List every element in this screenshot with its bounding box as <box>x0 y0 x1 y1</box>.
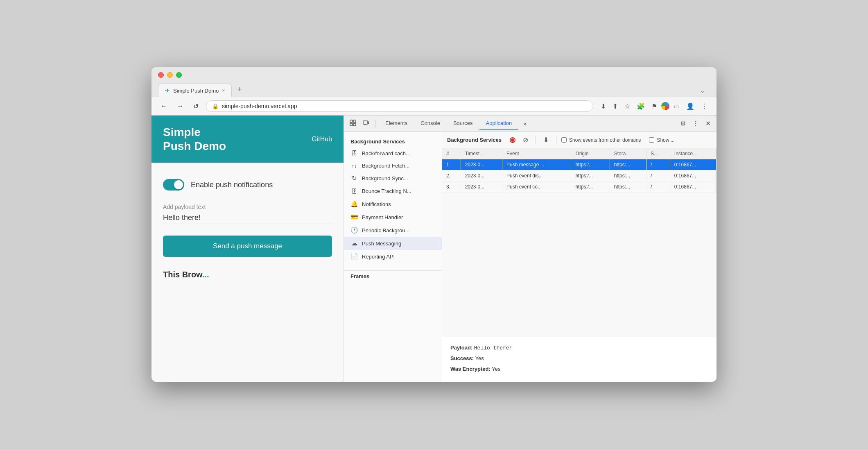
new-tab-button[interactable]: + <box>233 82 247 97</box>
table-row[interactable]: 3. 2023-0... Push event co... https:/...… <box>442 181 717 193</box>
devtools-right-icons: ⚙ ⋮ ✕ <box>678 117 713 130</box>
sidebar-item-push-messaging[interactable]: ☁ Push Messaging <box>344 237 442 250</box>
sidebar-item-reporting-api[interactable]: 📄 Reporting API <box>344 250 442 263</box>
svg-rect-2 <box>350 123 353 126</box>
sidebar-item-back-forward[interactable]: 🗄 Back/forward cach... <box>344 147 442 160</box>
profile-icon[interactable]: 👤 <box>684 101 697 112</box>
tab-close-button[interactable]: × <box>222 88 225 93</box>
lock-icon: 🔒 <box>212 103 219 109</box>
bounce-tracking-icon: 🗄 <box>350 188 358 195</box>
cell-storage: https:... <box>610 159 646 170</box>
show-more-row: Show ... <box>649 137 674 143</box>
cell-event: Push event co... <box>502 181 571 193</box>
share-icon[interactable]: ⬆ <box>610 101 620 112</box>
more-options-button[interactable]: ⋮ <box>698 101 710 112</box>
sidebar-icon[interactable]: ▭ <box>671 101 682 112</box>
tab-list-button[interactable]: ⌄ <box>695 84 710 97</box>
close-window-button[interactable] <box>158 72 164 78</box>
sidebar-item-notifications[interactable]: 🔔 Notifications <box>344 197 442 211</box>
background-services-section: Background Services 🗄 Back/forward cach.… <box>344 132 442 267</box>
flag-icon[interactable]: ⚑ <box>649 101 660 112</box>
header-separator-2 <box>556 136 556 144</box>
sidebar-item-background-sync[interactable]: ↻ Background Sync... <box>344 172 442 185</box>
download-button[interactable]: ⬇ <box>541 135 551 145</box>
col-storage: Stora... <box>610 148 646 159</box>
devtools-close-button[interactable]: ✕ <box>703 117 713 130</box>
table-body: 1. 2023-0... Push message ... https:/...… <box>442 159 717 193</box>
tab-sources[interactable]: Sources <box>447 117 479 130</box>
show-other-domains-label: Show events from other domains <box>569 137 641 143</box>
record-dot-icon <box>510 137 515 143</box>
sidebar-item-payment-handler[interactable]: 💳 Payment Handler <box>344 211 442 224</box>
browser-tab[interactable]: ✈ Simple Push Demo × <box>158 84 232 97</box>
show-other-domains-checkbox[interactable] <box>561 137 567 143</box>
show-more-label: Show ... <box>657 137 674 143</box>
bookmark-icon[interactable]: ☆ <box>622 101 633 112</box>
cell-num: 1. <box>442 159 461 170</box>
notifications-icon: 🔔 <box>350 200 358 208</box>
payload-label: Add payload text <box>163 204 332 210</box>
send-push-button[interactable]: Send a push message <box>163 236 332 257</box>
forward-button[interactable]: → <box>174 101 186 111</box>
cell-origin: https:/... <box>571 159 610 170</box>
detail-encrypted-value: Yes <box>492 366 500 372</box>
tabs-row: ✈ Simple Push Demo × + ⌄ <box>158 82 710 97</box>
tab-favicon: ✈ <box>165 87 170 94</box>
devtools-more-button[interactable]: ⋮ <box>690 117 701 130</box>
show-more-checkbox[interactable] <box>649 137 654 143</box>
detail-payload-key: Payload: <box>450 345 472 351</box>
detail-success-value: Yes <box>475 355 484 361</box>
inspect-element-button[interactable] <box>347 117 359 130</box>
extensions-icon[interactable]: 🧩 <box>634 101 647 112</box>
tab-title: Simple Push Demo <box>173 88 219 94</box>
cell-timestamp: 2023-0... <box>461 170 502 181</box>
payload-input[interactable] <box>163 213 332 224</box>
back-button[interactable]: ← <box>158 101 170 111</box>
site-header: Simple Push Demo GitHub <box>151 116 344 163</box>
bg-services-header: Background Services ⊘ ⬇ Show events from… <box>442 132 717 148</box>
devtools-panel: Elements Console Sources Application » ⚙… <box>344 116 717 382</box>
cell-s: / <box>646 159 670 170</box>
detail-encrypted-key: Was Encrypted: <box>450 366 491 372</box>
col-s: S... <box>646 148 670 159</box>
record-button[interactable] <box>508 136 517 145</box>
cell-num: 3. <box>442 181 461 193</box>
svg-rect-1 <box>353 120 356 122</box>
push-notifications-toggle[interactable] <box>163 179 184 190</box>
detail-encrypted-row: Was Encrypted: Yes <box>450 365 708 373</box>
cell-storage: https:... <box>610 181 646 193</box>
devtools-content-area: Background Services ⊘ ⬇ Show events from… <box>442 132 717 382</box>
github-link[interactable]: GitHub <box>312 136 332 143</box>
back-forward-icon: 🗄 <box>350 150 358 157</box>
bg-services-title: Background Services <box>344 136 442 147</box>
periodic-bg-icon: 🕐 <box>350 227 358 234</box>
address-input[interactable] <box>222 103 587 109</box>
sidebar-item-periodic-background[interactable]: 🕐 Periodic Backgrou... <box>344 224 442 237</box>
site-title: Simple Push Demo <box>163 125 226 153</box>
tab-elements[interactable]: Elements <box>379 117 414 130</box>
tab-console[interactable]: Console <box>414 117 447 130</box>
detail-payload-row: Payload: Hello there! <box>450 344 708 352</box>
devtools-settings-button[interactable]: ⚙ <box>678 117 688 130</box>
address-bar[interactable]: 🔒 <box>206 100 593 112</box>
table-row[interactable]: 1. 2023-0... Push message ... https:/...… <box>442 159 717 170</box>
more-tabs-button[interactable]: » <box>520 118 530 129</box>
maximize-window-button[interactable] <box>176 72 182 78</box>
minimize-window-button[interactable] <box>167 72 173 78</box>
tab-application[interactable]: Application <box>479 117 519 130</box>
header-separator <box>536 136 536 144</box>
device-toolbar-button[interactable] <box>360 117 372 130</box>
table-row[interactable]: 2. 2023-0... Push event dis... https:/..… <box>442 170 717 181</box>
reload-button[interactable]: ↺ <box>191 101 201 112</box>
sidebar-item-background-fetch[interactable]: ↑↓ Background Fetch... <box>344 160 442 172</box>
devtools-tabs: Elements Console Sources Application <box>379 117 518 130</box>
download-icon[interactable]: ⬇ <box>598 101 608 112</box>
clear-button[interactable]: ⊘ <box>520 135 531 145</box>
reporting-api-icon: 📄 <box>350 253 358 260</box>
payment-handler-icon: 💳 <box>350 213 358 221</box>
detail-success-key: Success: <box>450 355 474 361</box>
sidebar-item-bounce-tracking[interactable]: 🗄 Bounce Tracking N... <box>344 185 442 197</box>
toggle-row: Enable push notifications <box>163 179 332 190</box>
col-num: # <box>442 148 461 159</box>
table-header: # Timest... Event Origin Stora... S... I… <box>442 148 717 159</box>
